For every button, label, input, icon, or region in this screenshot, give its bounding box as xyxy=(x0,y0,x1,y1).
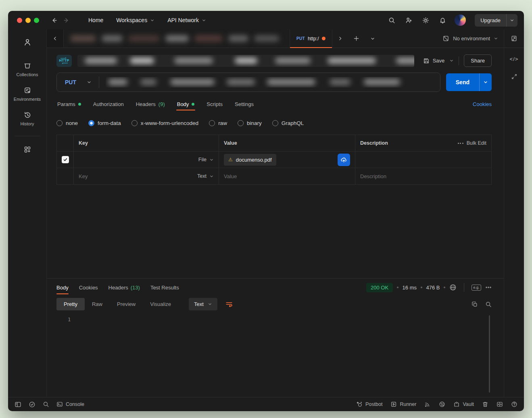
save-button[interactable]: Save xyxy=(420,55,448,67)
radio-form-data[interactable]: form-data xyxy=(88,120,121,126)
vault-button[interactable]: Vault xyxy=(453,401,474,408)
wrap-lines-icon[interactable] xyxy=(225,301,233,308)
nav-workspaces[interactable]: Workspaces xyxy=(111,15,159,26)
view-pretty[interactable]: Pretty xyxy=(56,298,85,310)
tab-params[interactable]: Params xyxy=(56,96,82,112)
radio-graphql[interactable]: GraphQL xyxy=(272,120,304,126)
sidebar-item-environments[interactable]: Environments xyxy=(10,83,45,106)
save-options-chevron-icon[interactable] xyxy=(449,58,454,63)
tab-scripts[interactable]: Scripts xyxy=(206,96,223,112)
tab-settings[interactable]: Settings xyxy=(234,96,255,112)
upload-file-button[interactable] xyxy=(338,154,350,166)
close-window-button[interactable] xyxy=(17,18,22,23)
forward-icon[interactable] xyxy=(60,14,72,26)
view-preview[interactable]: Preview xyxy=(110,298,143,310)
code-snippet-icon[interactable]: </> xyxy=(510,56,519,62)
share-button[interactable]: Share xyxy=(464,54,492,67)
tab-body[interactable]: Body xyxy=(176,96,196,112)
zoom-window-button[interactable] xyxy=(34,18,39,23)
upgrade-button[interactable]: Upgrade xyxy=(475,14,517,27)
response-body-viewer[interactable]: 1 xyxy=(56,314,492,397)
tabs-scroll-left-icon[interactable] xyxy=(47,29,64,48)
response-tab-cookies[interactable]: Cookies xyxy=(79,279,98,296)
find-icon[interactable] xyxy=(43,401,49,408)
send-button[interactable]: Send xyxy=(446,73,492,91)
cookies-link[interactable]: Cookies xyxy=(473,101,492,107)
request-name-redacted[interactable] xyxy=(77,55,414,67)
split-pane-icon[interactable] xyxy=(497,401,503,408)
key-type-dropdown[interactable]: File xyxy=(198,157,214,162)
active-request-tab[interactable]: PUT http:/ xyxy=(290,29,332,48)
response-tab-headers[interactable]: Headers (13) xyxy=(108,279,140,296)
line-number: 1 xyxy=(68,317,71,322)
view-visualize[interactable]: Visualize xyxy=(143,298,178,310)
tabs-scroll-right-icon[interactable] xyxy=(332,29,348,48)
copy-icon[interactable] xyxy=(471,301,478,308)
response-size[interactable]: 476 B xyxy=(426,285,440,291)
radio-binary[interactable]: binary xyxy=(238,120,262,126)
postbot-button[interactable]: Postbot xyxy=(356,401,382,408)
file-chip[interactable]: ⚠ documenso.pdf xyxy=(224,154,276,166)
response-time[interactable]: 16 ms xyxy=(403,285,417,291)
tab-options-chevron-icon[interactable] xyxy=(365,29,381,48)
row-checkbox-cell[interactable] xyxy=(57,168,74,184)
description-cell[interactable] xyxy=(355,152,491,168)
status-badge[interactable]: 200 OK xyxy=(366,283,393,292)
key-type-dropdown[interactable]: Text xyxy=(197,173,214,179)
trash-icon[interactable] xyxy=(482,401,488,408)
checkpoint-icon[interactable] xyxy=(29,401,35,408)
key-cell[interactable]: Key Text xyxy=(74,168,219,184)
send-options-chevron-icon[interactable] xyxy=(479,73,492,91)
method-selector[interactable]: PUT xyxy=(57,79,99,85)
search-response-icon[interactable] xyxy=(485,301,492,308)
collections-icon xyxy=(23,62,31,70)
radio-raw[interactable]: raw xyxy=(209,120,227,126)
save-as-example-button[interactable]: e.g. xyxy=(471,285,481,291)
checkbox-checked[interactable] xyxy=(62,156,69,163)
url-bar[interactable]: PUT xyxy=(56,73,440,92)
radio-none[interactable]: none xyxy=(56,120,78,126)
console-button[interactable]: Console xyxy=(56,401,84,408)
back-icon[interactable] xyxy=(48,14,60,26)
expand-panel-icon[interactable] xyxy=(511,73,517,80)
description-cell[interactable]: Description xyxy=(355,168,491,184)
value-cell[interactable]: Value xyxy=(219,168,355,184)
value-cell[interactable]: ⚠ documenso.pdf xyxy=(219,152,355,168)
new-tab-plus-icon[interactable] xyxy=(348,29,365,48)
row-checkbox-cell[interactable] xyxy=(57,152,74,168)
help-icon[interactable] xyxy=(511,401,517,408)
toggle-sidebar-icon[interactable] xyxy=(15,401,21,408)
nav-api-network[interactable]: API Network xyxy=(163,15,211,26)
view-raw[interactable]: Raw xyxy=(85,298,110,310)
sidebar-item-collections[interactable]: Collections xyxy=(10,58,45,81)
sidebar-profile[interactable] xyxy=(10,34,45,51)
sidebar-configure-tools[interactable] xyxy=(10,142,45,158)
radio-x-www-form-urlencoded[interactable]: x-www-form-urlencoded xyxy=(131,120,198,126)
response-tab-body[interactable]: Body xyxy=(56,279,69,296)
bulk-edit-button[interactable]: Bulk Edit xyxy=(458,140,486,146)
user-avatar[interactable] xyxy=(455,15,466,26)
invite-user-icon[interactable] xyxy=(402,14,415,27)
environment-selector[interactable]: No environment xyxy=(437,29,504,48)
capture-requests-icon[interactable] xyxy=(424,401,431,408)
nav-home[interactable]: Home xyxy=(83,15,108,26)
response-tab-test-results[interactable]: Test Results xyxy=(150,279,179,296)
tab-authorization[interactable]: Authorization xyxy=(92,96,125,112)
tab-headers[interactable]: Headers (9) xyxy=(135,96,166,112)
select-all-cell[interactable] xyxy=(57,135,74,151)
vertical-scrollbar[interactable] xyxy=(489,315,490,393)
notifications-bell-icon[interactable] xyxy=(436,14,449,27)
minimize-window-button[interactable] xyxy=(25,18,31,23)
url-redacted[interactable] xyxy=(106,77,434,87)
environment-quick-look-icon[interactable] xyxy=(504,29,524,48)
settings-gear-icon[interactable] xyxy=(419,14,432,27)
sidebar-item-history[interactable]: History xyxy=(10,107,45,130)
globe-network-icon[interactable] xyxy=(449,284,457,291)
key-cell[interactable]: File xyxy=(74,152,219,168)
chevron-down-icon[interactable] xyxy=(506,14,517,27)
runner-button[interactable]: Runner xyxy=(390,401,416,408)
more-options-icon[interactable] xyxy=(485,284,492,291)
search-icon[interactable] xyxy=(385,14,398,27)
format-dropdown[interactable]: Text xyxy=(189,298,217,310)
cookies-icon[interactable] xyxy=(439,401,445,408)
